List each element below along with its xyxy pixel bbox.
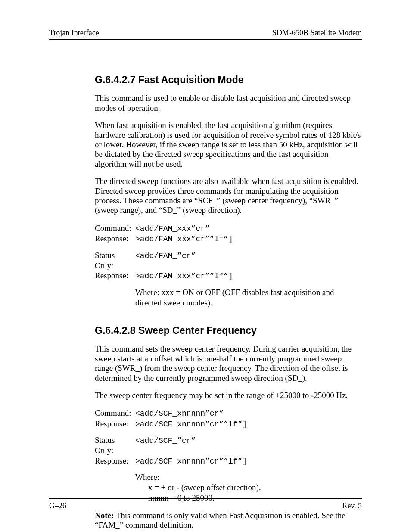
paragraph: The directed sweep functions are also av…	[95, 177, 362, 215]
command-row: Response: >add/SCF_xnnnnn”cr””lf”]	[95, 456, 362, 467]
command-block: Status Only: <add/SCF_”cr” Response: >ad…	[95, 435, 362, 466]
row-code: <add/FAM_”cr”	[135, 251, 196, 261]
paragraph: The sweep center frequency may be set in…	[95, 391, 362, 400]
row-label: Command:	[95, 408, 135, 418]
heading-fast-acquisition-mode: G.6.4.2.7 Fast Acquisition Mode	[95, 74, 362, 86]
footer-right: Rev. 5	[342, 501, 362, 510]
paragraph: This command is used to enable or disabl…	[95, 93, 362, 113]
running-header: Trojan Interface SDM-650B Satellite Mode…	[49, 28, 362, 37]
header-left: Trojan Interface	[49, 28, 99, 37]
row-code: <add/FAM_xxx”cr”	[135, 224, 210, 234]
command-row: Status Only: <add/FAM_”cr”	[95, 250, 362, 271]
note-text: This command is only valid when Fast Acq…	[95, 511, 346, 529]
note-label: Note:	[95, 511, 114, 520]
row-code: <add/SCF_”cr”	[135, 436, 196, 446]
row-label: Response:	[95, 419, 135, 429]
header-right: SDM-650B Satellite Modem	[272, 28, 362, 37]
command-row: Response: >add/FAM_xxx”cr””lf”]	[95, 233, 362, 244]
where-line: x = + or - (sweep offset direction).	[148, 482, 362, 493]
heading-sweep-center-frequency: G.6.4.2.8 Sweep Center Frequency	[95, 325, 362, 336]
row-label: Response:	[95, 456, 135, 466]
row-code: >add/FAM_xxx”cr””lf”]	[135, 234, 233, 244]
command-row: Command: <add/FAM_xxx”cr”	[95, 223, 362, 234]
command-block: Command: <add/FAM_xxx”cr” Response: >add…	[95, 223, 362, 244]
content-area: G.6.4.2.7 Fast Acquisition Mode This com…	[49, 74, 362, 530]
note-paragraph: Note: This command is only valid when Fa…	[95, 511, 362, 530]
command-row: Response: >add/FAM_xxx”cr””lf”]	[95, 271, 362, 281]
command-row: Command: <add/SCF_xnnnnn”cr”	[95, 408, 362, 419]
command-block: Status Only: <add/FAM_”cr” Response: >ad…	[95, 250, 362, 281]
page: Trojan Interface SDM-650B Satellite Mode…	[0, 0, 411, 532]
row-label: Response:	[95, 233, 135, 244]
page-footer: G–26 Rev. 5	[49, 498, 362, 510]
command-row: Response: >add/SCF_xnnnnn”cr””lf”]	[95, 419, 362, 429]
row-label: Status Only:	[95, 435, 135, 456]
where-clause: Where:	[135, 472, 362, 482]
header-rule	[49, 39, 362, 40]
row-label: Response:	[95, 271, 135, 281]
row-label: Command:	[95, 223, 135, 233]
command-row: Status Only: <add/SCF_”cr”	[95, 435, 362, 456]
row-code: >add/SCF_xnnnnn”cr””lf”]	[135, 420, 247, 429]
footer-left: G–26	[49, 501, 66, 510]
command-block: Command: <add/SCF_xnnnnn”cr” Response: >…	[95, 408, 362, 429]
paragraph: When fast acquisition is enabled, the fa…	[95, 121, 362, 169]
row-code: >add/SCF_xnnnnn”cr””lf”]	[135, 457, 247, 467]
row-label: Status Only:	[95, 250, 135, 271]
row-code: >add/FAM_xxx”cr””lf”]	[135, 271, 233, 281]
row-code: <add/SCF_xnnnnn”cr”	[135, 409, 224, 419]
paragraph: This command sets the sweep center frequ…	[95, 344, 362, 383]
footer-rule	[49, 498, 362, 499]
where-clause: Where: xxx = ON or OFF (OFF disables fas…	[135, 287, 362, 308]
